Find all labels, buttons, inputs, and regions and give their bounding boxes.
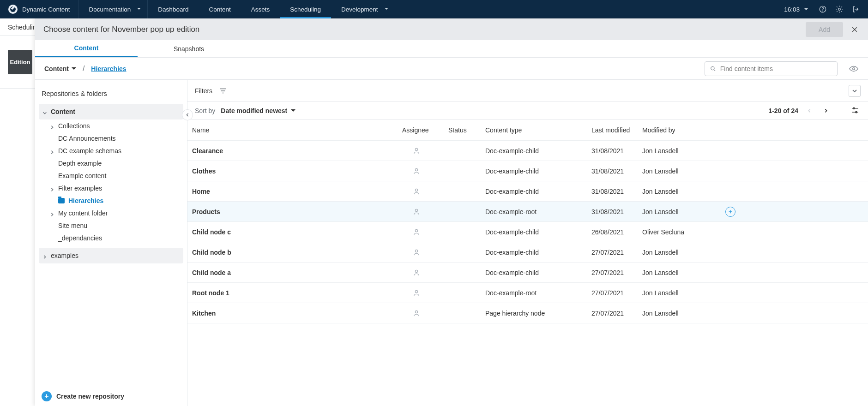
help-button[interactable] xyxy=(816,3,829,16)
row-modified: 27/07/2021 xyxy=(591,310,642,317)
row-name: Child node a xyxy=(192,269,402,276)
assignee-icon xyxy=(412,309,421,317)
tree-item-label: DC example schemas xyxy=(58,147,121,155)
column-settings-button[interactable] xyxy=(850,106,861,116)
search-icon xyxy=(710,65,717,72)
modal-title: Choose content for November pop up editi… xyxy=(43,25,199,34)
tab-snapshots[interactable]: Snapshots xyxy=(138,40,240,57)
nav-documentation[interactable]: Documentation xyxy=(79,0,148,18)
content-picker-modal: Choose content for November pop up editi… xyxy=(35,18,868,406)
plus-icon: + xyxy=(42,391,52,401)
tree-item-label: Filter examples xyxy=(58,185,102,192)
nav-development[interactable]: Development xyxy=(331,0,395,18)
filters-bar: Filters xyxy=(187,80,868,102)
close-button[interactable] xyxy=(850,24,860,35)
row-modified: 31/08/2021 xyxy=(591,167,642,175)
assignee-icon xyxy=(412,147,421,155)
svg-point-10 xyxy=(415,209,417,211)
table-row[interactable]: Products Doc-example-root 31/08/2021 Jon… xyxy=(187,202,868,222)
tree-item[interactable]: DC example schemas xyxy=(39,144,183,157)
brand-logo-icon xyxy=(8,5,18,14)
row-type: Doc-example-child xyxy=(485,269,591,276)
svg-point-1 xyxy=(823,11,823,11)
row-type: Doc-example-child xyxy=(485,167,591,175)
svg-point-13 xyxy=(415,270,417,272)
nav-content[interactable]: Content xyxy=(199,0,241,18)
filters-button[interactable] xyxy=(219,87,227,95)
row-by: Jon Lansdell xyxy=(642,167,725,175)
sort-selector[interactable]: Date modified newest xyxy=(221,107,295,114)
edition-thumb[interactable]: Edition xyxy=(8,50,32,74)
search-input[interactable] xyxy=(720,65,832,72)
row-modified: 27/07/2021 xyxy=(591,289,642,297)
logout-button[interactable] xyxy=(850,3,862,16)
col-status: Status xyxy=(448,126,485,134)
tree-item[interactable]: Site menu xyxy=(39,219,183,232)
breadcrumb-current[interactable]: Hierarchies xyxy=(91,65,126,72)
nav-assets[interactable]: Assets xyxy=(241,0,280,18)
row-by: Jon Lansdell xyxy=(642,310,725,317)
search-wrap[interactable] xyxy=(705,61,838,76)
preview-toggle[interactable] xyxy=(849,64,859,74)
row-by: Jon Lansdell xyxy=(642,289,725,297)
assignee-icon xyxy=(412,167,421,175)
row-name: Home xyxy=(192,188,402,195)
table-row[interactable]: Kitchen Page hierarchy node 27/07/2021 J… xyxy=(187,303,868,323)
table-row[interactable]: Child node b Doc-example-child 27/07/202… xyxy=(187,242,868,263)
chevron-down-icon xyxy=(291,109,295,114)
table-row[interactable]: Clothes Doc-example-child 31/08/2021 Jon… xyxy=(187,161,868,181)
pager-range: 1-20 of 24 xyxy=(768,107,798,114)
nav-dashboard[interactable]: Dashboard xyxy=(148,0,199,18)
brand-block[interactable]: Dynamic Content xyxy=(0,0,79,18)
tree-item[interactable]: Example content xyxy=(39,169,183,182)
content-list-panel: Filters Sort by Date modified newest 1-2… xyxy=(187,80,868,406)
chevron-down-icon xyxy=(804,8,808,12)
pager-prev[interactable] xyxy=(804,105,815,116)
table-row[interactable]: Child node a Doc-example-child 27/07/202… xyxy=(187,263,868,283)
expand-panel-button[interactable] xyxy=(849,85,861,97)
svg-point-14 xyxy=(415,290,417,293)
settings-button[interactable] xyxy=(833,3,846,16)
tree-item-label: Site menu xyxy=(58,222,87,229)
tree-item[interactable]: Collections xyxy=(39,119,183,132)
chevron-right-icon xyxy=(42,253,47,258)
add-button[interactable]: Add xyxy=(806,22,843,37)
tree-root-content[interactable]: Content xyxy=(39,104,183,119)
tree-item[interactable]: Depth example xyxy=(39,157,183,169)
gear-icon xyxy=(835,5,844,13)
row-name: Root node 1 xyxy=(192,289,402,297)
svg-point-15 xyxy=(415,310,417,313)
sort-bar: Sort by Date modified newest 1-20 of 24 xyxy=(187,102,868,119)
tree-item[interactable]: _dependancies xyxy=(39,232,183,244)
create-repo-button[interactable]: + Create new repository xyxy=(35,387,187,406)
tree-root-examples[interactable]: examples xyxy=(39,248,183,263)
table-row[interactable]: Root node 1 Doc-example-root 27/07/2021 … xyxy=(187,283,868,303)
row-by: Jon Lansdell xyxy=(642,249,725,256)
pager-next[interactable] xyxy=(820,105,832,116)
table-row[interactable]: Child node c Doc-example-child 26/08/202… xyxy=(187,222,868,242)
svg-point-3 xyxy=(711,66,714,70)
tree-item[interactable]: Filter examples xyxy=(39,182,183,194)
svg-point-4 xyxy=(853,67,855,70)
chevron-right-icon xyxy=(50,211,54,215)
svg-point-2 xyxy=(838,8,841,11)
row-name: Child node c xyxy=(192,228,402,236)
collapse-sidebar-button[interactable] xyxy=(182,109,193,120)
tree-item-label: _dependancies xyxy=(58,234,102,242)
tree-item-label: Hierarchies xyxy=(68,197,103,204)
chevron-left-icon xyxy=(807,108,812,113)
tab-content[interactable]: Content xyxy=(35,40,138,57)
nav-scheduling[interactable]: Scheduling xyxy=(280,0,331,18)
time-selector[interactable]: 16:03 xyxy=(779,6,813,13)
table-row[interactable]: Home Doc-example-child 31/08/2021 Jon La… xyxy=(187,181,868,202)
table-header: Name Assignee Status Content type Last m… xyxy=(187,119,868,141)
breadcrumb-root[interactable]: Content xyxy=(44,65,76,72)
row-type: Doc-example-child xyxy=(485,249,591,256)
row-add-button[interactable] xyxy=(725,207,735,217)
tree-item[interactable]: Hierarchies xyxy=(39,194,183,207)
tree-item[interactable]: My content folder xyxy=(39,207,183,219)
tree-item[interactable]: DC Announcements xyxy=(39,132,183,144)
assignee-icon xyxy=(412,208,421,216)
row-by: Jon Lansdell xyxy=(642,188,725,195)
table-row[interactable]: Clearance Doc-example-child 31/08/2021 J… xyxy=(187,141,868,161)
